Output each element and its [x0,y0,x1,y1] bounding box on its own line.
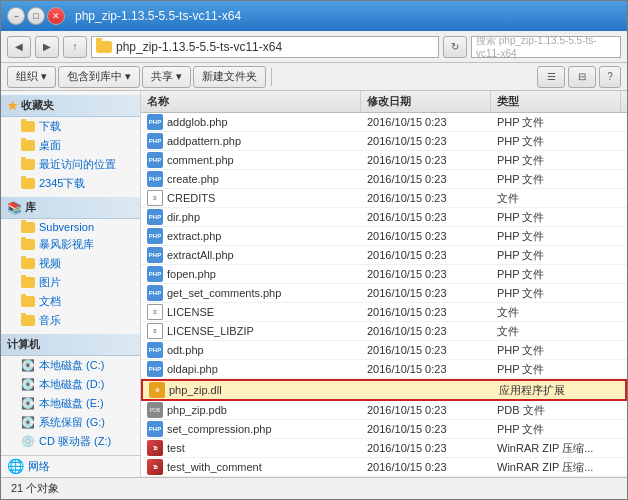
search-placeholder: 搜索 php_zip-1.13.5-5.5-ts-vc11-x64 [476,34,616,59]
sidebar-drive-d[interactable]: 💽 本地磁盘 (D:) [1,375,140,394]
table-row[interactable]: ≡LICENSE2016/10/15 0:23文件4 KB [141,303,627,322]
file-size-cell: 1 KB [621,115,627,129]
table-row[interactable]: PHPcreate.php2016/10/15 0:23PHP 文件1 KB [141,170,627,189]
share-button[interactable]: 共享 ▾ [142,66,191,88]
table-row[interactable]: PHPaddglob.php2016/10/15 0:23PHP 文件1 KB [141,113,627,132]
table-row[interactable]: PHPget_set_comments.php2016/10/15 0:23PH… [141,284,627,303]
maximize-button[interactable]: □ [27,7,45,25]
folder-icon [21,159,35,170]
txt-icon: ≡ [147,323,163,339]
file-size-cell: 1 KB [621,248,627,262]
back-button[interactable]: ◀ [7,36,31,58]
table-row[interactable]: PHPoldapi.php2016/10/15 0:23PHP 文件1 KB [141,360,627,379]
table-row[interactable]: PHPextractAll.php2016/10/15 0:23PHP 文件1 … [141,246,627,265]
file-name-cell: ≡LICENSE_LIBZIP [141,322,361,340]
file-name-label: LICENSE_LIBZIP [167,325,254,337]
favorites-section: ★ 收藏夹 下载 桌面 最近访问的位置 2345下载 [1,95,140,193]
folder-icon [21,178,35,189]
file-type-cell: PHP 文件 [491,114,621,131]
file-list-area[interactable]: 名称 修改日期 类型 大小 PHPaddglob.php2016/10/15 0… [141,91,627,477]
computer-header: 计算机 [1,334,140,356]
file-type-cell: PHP 文件 [491,133,621,150]
file-type-cell: PDB 文件 [491,402,621,419]
file-type-cell: PHP 文件 [491,285,621,302]
file-size-cell: 2 KB [621,324,627,338]
file-modified-cell: 2016/10/15 0:23 [361,422,491,436]
forward-button[interactable]: ▶ [35,36,59,58]
pack-button[interactable]: 包含到库中 ▾ [58,66,140,88]
help-button[interactable]: ? [599,66,621,88]
sidebar-item-video[interactable]: 视频 [1,254,140,273]
sidebar-item-recent[interactable]: 最近访问的位置 [1,155,140,174]
txt-icon: ≡ [147,304,163,320]
title-bar-left: － □ ✕ php_zip-1.13.5-5.5-ts-vc11-x64 [7,7,241,25]
up-button[interactable]: ↑ [63,36,87,58]
table-row[interactable]: 🗜test2016/10/15 0:23WinRAR ZIP 压缩...1 KB [141,439,627,458]
file-name-cell: PHPget_set_comments.php [141,284,361,302]
file-size-cell: 1 KB [621,134,627,148]
sidebar-drive-e[interactable]: 💽 本地磁盘 (E:) [1,394,140,413]
sidebar-item-subversion[interactable]: Subversion [1,219,140,235]
file-name-cell: 🗜test [141,439,361,457]
file-type-cell: PHP 文件 [491,342,621,359]
col-size[interactable]: 大小 [621,91,627,112]
search-box[interactable]: 搜索 php_zip-1.13.5-5.5-ts-vc11-x64 [471,36,621,58]
toolbar: 组织 ▾ 包含到库中 ▾ 共享 ▾ 新建文件夹 ☰ ⊟ ? [1,63,627,91]
folder-icon [96,41,112,53]
col-modified[interactable]: 修改日期 [361,91,491,112]
file-name-cell: PHPdir.php [141,208,361,226]
php-icon: PHP [147,285,163,301]
file-modified-cell: 2016/10/15 0:23 [361,153,491,167]
address-bar: ◀ ▶ ↑ php_zip-1.13.5-5.5-ts-vc11-x64 ↻ 搜… [1,31,627,63]
preview-pane-button[interactable]: ⊟ [568,66,596,88]
table-row[interactable]: 🗜test_with_comment2016/10/15 0:23WinRAR … [141,458,627,477]
view-options-button[interactable]: ☰ [537,66,565,88]
table-row[interactable]: ≡CREDITS2016/10/15 0:23文件1 KB [141,189,627,208]
col-type[interactable]: 类型 [491,91,621,112]
table-row[interactable]: PHPextract.php2016/10/15 0:23PHP 文件1 KB [141,227,627,246]
file-name-label: extractAll.php [167,249,234,261]
table-row[interactable]: PHPfopen.php2016/10/15 0:23PHP 文件1 KB [141,265,627,284]
sidebar-drive-g[interactable]: 💽 系统保留 (G:) [1,413,140,432]
favorites-header: ★ 收藏夹 [1,95,140,117]
file-name-label: addglob.php [167,116,228,128]
minimize-button[interactable]: － [7,7,25,25]
file-type-cell: PHP 文件 [491,228,621,245]
sidebar-item-downloads[interactable]: 下载 [1,117,140,136]
php-icon: PHP [147,247,163,263]
folder-icon [21,296,35,307]
refresh-button[interactable]: ↻ [443,36,467,58]
organize-button[interactable]: 组织 ▾ [7,66,56,88]
php-icon: PHP [147,152,163,168]
table-row[interactable]: PHPcomment.php2016/10/15 0:23PHP 文件1 KB [141,151,627,170]
zip-icon: 🗜 [147,440,163,456]
table-row[interactable]: PHPset_compression.php2016/10/15 0:23PHP… [141,420,627,439]
file-type-cell: PHP 文件 [491,152,621,169]
table-row[interactable]: ≡LICENSE_LIBZIP2016/10/15 0:23文件2 KB [141,322,627,341]
sidebar-item-storm[interactable]: 暴风影视库 [1,235,140,254]
sidebar-drive-c[interactable]: 💽 本地磁盘 (C:) [1,356,140,375]
sidebar-drive-z[interactable]: 💿 CD 驱动器 (Z:) [1,432,140,451]
file-type-cell: PHP 文件 [491,247,621,264]
table-row[interactable]: ⚙php_zip.dll应用程序扩展121 KB [141,379,627,401]
address-box[interactable]: php_zip-1.13.5-5.5-ts-vc11-x64 [91,36,439,58]
sidebar-item-documents[interactable]: 文档 [1,292,140,311]
file-size-cell: 121 KB [623,383,627,397]
close-button[interactable]: ✕ [47,7,65,25]
file-name-cell: PHPextract.php [141,227,361,245]
sidebar-item-desktop[interactable]: 桌面 [1,136,140,155]
sidebar-item-music[interactable]: 音乐 [1,311,140,330]
new-folder-button[interactable]: 新建文件夹 [193,66,266,88]
file-size-cell: 1 KB [621,441,627,455]
sidebar-item-pictures[interactable]: 图片 [1,273,140,292]
table-row[interactable]: PDBphp_zip.pdb2016/10/15 0:23PDB 文件771 K… [141,401,627,420]
table-row[interactable]: PHPodt.php2016/10/15 0:23PHP 文件1 KB [141,341,627,360]
sidebar-item-2345[interactable]: 2345下载 [1,174,140,193]
zip-icon: 🗜 [147,459,163,475]
table-row[interactable]: PHPaddpattern.php2016/10/15 0:23PHP 文件1 … [141,132,627,151]
table-row[interactable]: PHPdir.php2016/10/15 0:23PHP 文件1 KB [141,208,627,227]
drive-icon: 💿 [21,435,35,448]
network-section[interactable]: 🌐 网络 [1,455,140,476]
col-name[interactable]: 名称 [141,91,361,112]
file-list-header: 名称 修改日期 类型 大小 [141,91,627,113]
